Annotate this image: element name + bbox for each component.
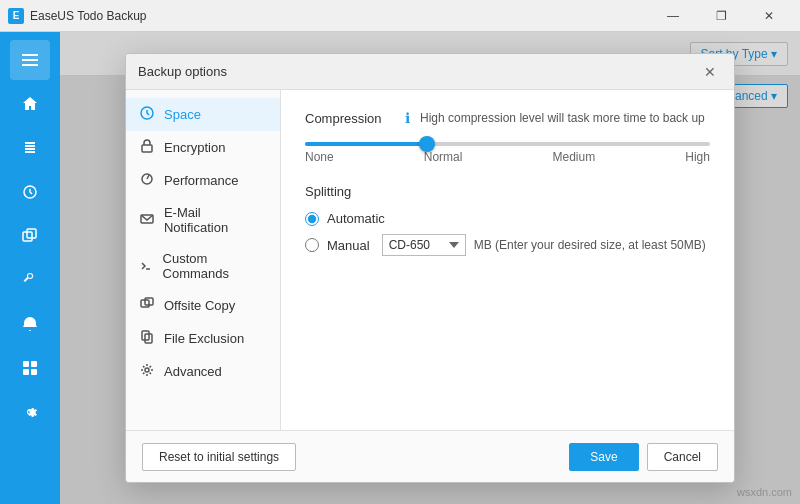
- exclusion-icon: [138, 330, 156, 347]
- unit-text: MB (Enter your desired size, at least 50…: [474, 238, 706, 252]
- email-icon: [138, 212, 156, 229]
- app-title: EaseUS Todo Backup: [30, 9, 650, 23]
- compression-hint: High compression level will task more ti…: [420, 111, 705, 125]
- manual-radio-row: Manual CD-650 DVD-4.7G 1GB 2GB Custom MB…: [305, 234, 710, 256]
- dialog-content-panel: Compression ℹ High compression level wil…: [281, 90, 734, 430]
- cancel-button[interactable]: Cancel: [647, 443, 718, 471]
- slider-label-normal: Normal: [424, 150, 463, 164]
- slider-track[interactable]: [305, 142, 710, 146]
- advanced-icon: [138, 363, 156, 380]
- nav-label-offsite: Offsite Copy: [164, 298, 235, 313]
- sidebar-item-backup[interactable]: [10, 128, 50, 168]
- sidebar-item-restore[interactable]: [10, 172, 50, 212]
- svg-point-18: [145, 368, 149, 372]
- slider-label-none: None: [305, 150, 334, 164]
- compression-label: Compression: [305, 111, 395, 126]
- nav-label-advanced: Advanced: [164, 364, 222, 379]
- dialog-title: Backup options: [138, 64, 698, 79]
- sidebar: [0, 32, 60, 504]
- svg-rect-9: [31, 369, 37, 375]
- close-button[interactable]: ✕: [746, 0, 792, 32]
- sidebar-item-notifications[interactable]: [10, 304, 50, 344]
- performance-icon: [138, 172, 156, 189]
- window-controls: — ❐ ✕: [650, 0, 792, 32]
- backup-options-dialog: Backup options ✕ Space: [125, 53, 735, 483]
- dialog-body: Space Encryption Perform: [126, 90, 734, 430]
- nav-item-encryption[interactable]: Encryption: [126, 131, 280, 164]
- restore-button[interactable]: ❐: [698, 0, 744, 32]
- automatic-radio-row: Automatic: [305, 211, 710, 226]
- nav-item-commands[interactable]: Custom Commands: [126, 243, 280, 289]
- splitting-label: Splitting: [305, 184, 710, 199]
- minimize-button[interactable]: —: [650, 0, 696, 32]
- nav-label-performance: Performance: [164, 173, 238, 188]
- commands-icon: [138, 258, 155, 275]
- nav-label-exclusion: File Exclusion: [164, 331, 244, 346]
- svg-rect-11: [142, 145, 152, 152]
- sidebar-item-home[interactable]: [10, 84, 50, 124]
- size-select[interactable]: CD-650 DVD-4.7G 1GB 2GB Custom: [382, 234, 466, 256]
- nav-item-exclusion[interactable]: File Exclusion: [126, 322, 280, 355]
- space-icon: [138, 106, 156, 123]
- nav-item-performance[interactable]: Performance: [126, 164, 280, 197]
- dialog-nav: Space Encryption Perform: [126, 90, 281, 430]
- svg-rect-2: [22, 64, 38, 66]
- app-icon: E: [8, 8, 24, 24]
- nav-label-commands: Custom Commands: [163, 251, 268, 281]
- nav-label-email: E-Mail Notification: [164, 205, 268, 235]
- automatic-radio[interactable]: [305, 212, 319, 226]
- svg-rect-1: [22, 59, 38, 61]
- title-bar: E EaseUS Todo Backup — ❐ ✕: [0, 0, 800, 32]
- sidebar-item-apps[interactable]: [10, 348, 50, 388]
- sidebar-item-tools[interactable]: [10, 260, 50, 300]
- compression-header: Compression ℹ High compression level wil…: [305, 110, 710, 126]
- slider-fill: [305, 142, 427, 146]
- info-icon[interactable]: ℹ: [405, 110, 410, 126]
- nav-label-encryption: Encryption: [164, 140, 225, 155]
- nav-label-space: Space: [164, 107, 201, 122]
- sidebar-item-settings[interactable]: [10, 392, 50, 432]
- automatic-label: Automatic: [327, 211, 385, 226]
- reset-button[interactable]: Reset to initial settings: [142, 443, 296, 471]
- main-content: Sort by Type ▾ Advanced ▾ Backup options…: [60, 32, 800, 504]
- svg-rect-8: [23, 369, 29, 375]
- slider-label-high: High: [685, 150, 710, 164]
- app-container: Sort by Type ▾ Advanced ▾ Backup options…: [0, 32, 800, 504]
- slider-label-medium: Medium: [553, 150, 596, 164]
- lock-icon: [138, 139, 156, 156]
- svg-rect-7: [31, 361, 37, 367]
- dialog-close-button[interactable]: ✕: [698, 60, 722, 84]
- svg-rect-6: [23, 361, 29, 367]
- slider-thumb[interactable]: [419, 136, 435, 152]
- manual-label: Manual: [327, 238, 370, 253]
- svg-rect-0: [22, 54, 38, 56]
- dialog-footer: Reset to initial settings Save Cancel: [126, 430, 734, 482]
- sidebar-item-menu[interactable]: [10, 40, 50, 80]
- nav-item-offsite[interactable]: Offsite Copy: [126, 289, 280, 322]
- save-button[interactable]: Save: [569, 443, 638, 471]
- offsite-icon: [138, 297, 156, 314]
- nav-item-advanced[interactable]: Advanced: [126, 355, 280, 388]
- dialog-overlay: Backup options ✕ Space: [60, 32, 800, 504]
- manual-radio[interactable]: [305, 238, 319, 252]
- slider-labels: None Normal Medium High: [305, 150, 710, 164]
- nav-item-space[interactable]: Space: [126, 98, 280, 131]
- dialog-title-bar: Backup options ✕: [126, 54, 734, 90]
- nav-item-email[interactable]: E-Mail Notification: [126, 197, 280, 243]
- sidebar-item-clone[interactable]: [10, 216, 50, 256]
- compression-slider-container: None Normal Medium High: [305, 142, 710, 164]
